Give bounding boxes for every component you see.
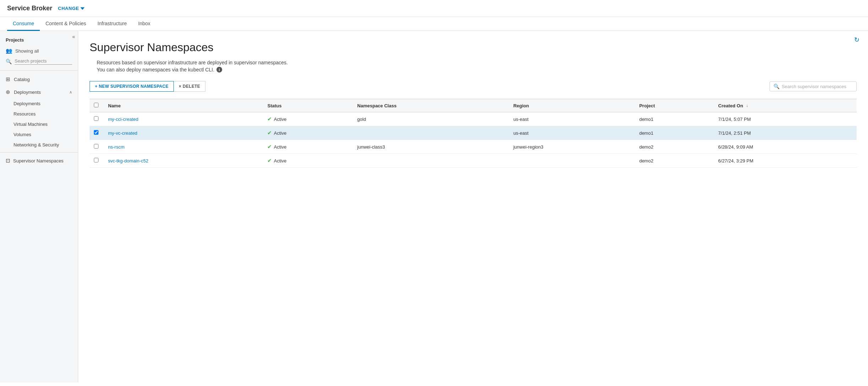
table-row: svc-tkg-domain-c52 ✔ Active demo2 6/27/2… [90, 154, 857, 168]
sidebar-item-networking-security[interactable]: Networking & Security [0, 140, 78, 150]
row-checkbox[interactable] [94, 144, 98, 149]
tab-infrastructure[interactable]: Infrastructure [92, 17, 132, 31]
info-bullet-2: You can also deploy namespaces via the k… [97, 67, 857, 73]
row-name: my-vc-created [104, 126, 263, 140]
table-row: ns-rscm ✔ Active junwei-class3 junwei-re… [90, 140, 857, 154]
select-all-checkbox[interactable] [94, 103, 98, 107]
row-checkbox[interactable] [94, 158, 98, 162]
sidebar-search: 🔍 [0, 56, 78, 68]
row-checkbox[interactable] [94, 130, 98, 135]
sidebar-item-resources[interactable]: Resources [0, 109, 78, 119]
row-checkbox-cell [90, 112, 104, 126]
sidebar-item-volumes[interactable]: Volumes [0, 129, 78, 140]
row-checkbox[interactable] [94, 116, 98, 121]
row-project: demo2 [635, 154, 714, 168]
sidebar-item-virtual-machines[interactable]: Virtual Machines [0, 119, 78, 129]
info-bullet-1: Resources based on supervisor infrastruc… [97, 60, 857, 65]
table-row: my-cci-created ✔ Active gold us-east dem… [90, 112, 857, 126]
sidebar-divider [0, 70, 78, 71]
namespace-link[interactable]: my-cci-created [108, 117, 138, 122]
th-status[interactable]: Status [263, 99, 353, 112]
sidebar-item-deployments[interactable]: ⊕ Deployments ∧ [0, 86, 78, 98]
info-bullets: Resources based on supervisor infrastruc… [90, 60, 857, 73]
status-active-icon: ✔ [267, 116, 272, 122]
tab-consume[interactable]: Consume [7, 17, 40, 31]
people-icon: 👥 [6, 48, 12, 54]
tab-inbox[interactable]: Inbox [133, 17, 156, 31]
th-checkbox [90, 99, 104, 112]
sidebar-collapse-button[interactable]: « [72, 34, 75, 39]
bullet-text-1: Resources based on supervisor infrastruc… [97, 60, 288, 65]
catalog-label: Catalog [14, 77, 30, 82]
row-created-on: 7/1/24, 5:07 PM [714, 112, 857, 126]
search-namespaces: 🔍 [770, 81, 857, 91]
row-status: ✔ Active [263, 112, 353, 126]
row-project: demo2 [635, 140, 714, 154]
th-project[interactable]: Project [635, 99, 714, 112]
sidebar: « Projects 👥 Showing all 🔍 ⊞ Catalog ⊕ D… [0, 31, 78, 382]
th-region[interactable]: Region [509, 99, 635, 112]
bullet-text-2: You can also deploy namespaces via the k… [97, 67, 214, 73]
th-namespace-class[interactable]: Namespace Class [353, 99, 509, 112]
namespaces-table: Name Status Namespace Class Region Proje… [90, 99, 857, 168]
info-icon[interactable]: i [216, 67, 222, 73]
supervisor-ns-label: Supervisor Namespaces [13, 158, 64, 163]
row-project: demo1 [635, 112, 714, 126]
row-checkbox-cell [90, 140, 104, 154]
projects-label: Projects [0, 31, 78, 45]
th-created-on-label: Created On [718, 103, 743, 108]
search-namespaces-icon: 🔍 [773, 84, 779, 89]
top-bar: Service Broker CHANGE [0, 0, 868, 17]
row-status: ✔ Active [263, 140, 353, 154]
row-name: ns-rscm [104, 140, 263, 154]
row-checkbox-cell [90, 154, 104, 168]
namespace-link[interactable]: ns-rscm [108, 144, 124, 150]
deployments-icon: ⊕ [6, 89, 10, 95]
main-layout: « Projects 👥 Showing all 🔍 ⊞ Catalog ⊕ D… [0, 31, 868, 382]
deployments-label: Deployments [14, 90, 41, 95]
row-region: us-east [509, 126, 635, 140]
namespace-link[interactable]: my-vc-created [108, 130, 137, 136]
catalog-icon: ⊞ [6, 76, 10, 82]
chevron-icon: ∧ [69, 90, 72, 95]
row-region [509, 154, 635, 168]
row-name: my-cci-created [104, 112, 263, 126]
tab-content-policies[interactable]: Content & Policies [40, 17, 92, 31]
table-row: my-vc-created ✔ Active us-east demo1 7/1… [90, 126, 857, 140]
status-label: Active [274, 158, 286, 163]
search-projects-input[interactable] [15, 58, 72, 65]
page-title: Supervisor Namespaces [90, 41, 857, 54]
th-name[interactable]: Name [104, 99, 263, 112]
row-project: demo1 [635, 126, 714, 140]
status-label: Active [274, 117, 286, 122]
search-icon: 🔍 [6, 59, 12, 64]
table-header-row: Name Status Namespace Class Region Proje… [90, 99, 857, 112]
nav-tabs: Consume Content & Policies Infrastructur… [0, 17, 868, 31]
row-created-on: 6/28/24, 9:09 AM [714, 140, 857, 154]
status-label: Active [274, 130, 286, 136]
row-checkbox-cell [90, 126, 104, 140]
row-namespace-class: junwei-class3 [353, 140, 509, 154]
change-label: CHANGE [58, 6, 79, 11]
row-created-on: 7/1/24, 2:51 PM [714, 126, 857, 140]
toolbar: + NEW SUPERVISOR NAMESPACE × DELETE 🔍 [90, 81, 857, 92]
delete-button[interactable]: × DELETE [174, 81, 205, 92]
sidebar-divider-2 [0, 152, 78, 152]
th-created-on[interactable]: Created On ↓ [714, 99, 857, 112]
row-namespace-class [353, 126, 509, 140]
row-status: ✔ Active [263, 126, 353, 140]
namespace-link[interactable]: svc-tkg-domain-c52 [108, 158, 148, 163]
sort-icon: ↓ [746, 103, 748, 108]
new-supervisor-namespace-button[interactable]: + NEW SUPERVISOR NAMESPACE [90, 81, 174, 92]
sidebar-showing-all[interactable]: 👥 Showing all [0, 45, 78, 56]
row-created-on: 6/27/24, 3:29 PM [714, 154, 857, 168]
refresh-button[interactable]: ↻ [854, 36, 859, 44]
search-namespaces-input[interactable] [782, 84, 853, 89]
sidebar-item-catalog[interactable]: ⊞ Catalog [0, 73, 78, 86]
status-active-icon: ✔ [267, 130, 272, 136]
sidebar-item-deployments-sub[interactable]: Deployments [0, 98, 78, 109]
row-namespace-class: gold [353, 112, 509, 126]
change-button[interactable]: CHANGE [58, 6, 85, 11]
status-active-icon: ✔ [267, 144, 272, 150]
sidebar-item-supervisor-namespaces[interactable]: ⊡ Supervisor Namespaces [0, 155, 78, 167]
